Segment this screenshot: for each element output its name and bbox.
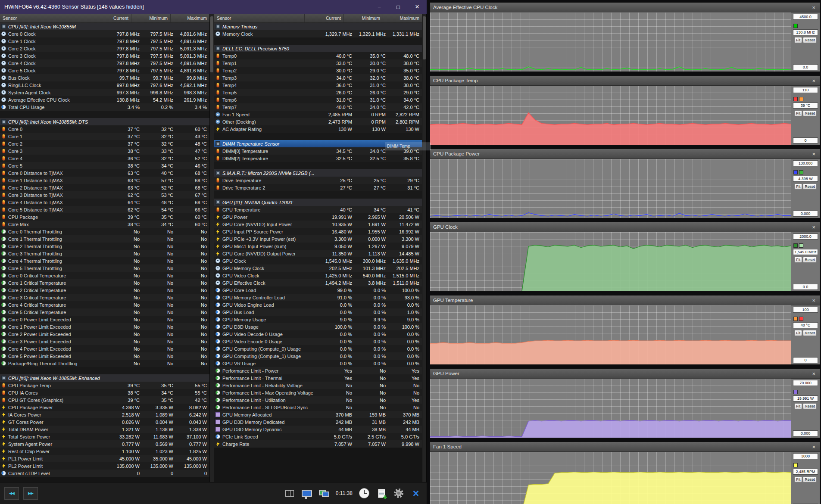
- col-maximum[interactable]: Maximum: [383, 14, 422, 22]
- sensor-row[interactable]: CPU GT Cores (Graphics)39 °C35 °C42 °C: [0, 396, 209, 404]
- sensor-row[interactable]: Performance Limit - SLI GPUBoost SyncNoN…: [214, 404, 422, 411]
- sensor-row[interactable]: GPU D3D Memory Dynamic44 MB38 MB44 MB: [214, 426, 422, 433]
- graph-plot[interactable]: [430, 452, 791, 504]
- sensor-row[interactable]: Core 5 Power Limit ExceededNoNoNo: [0, 352, 209, 360]
- legend-color-chip[interactable]: [799, 243, 803, 248]
- sensor-row[interactable]: Temp133.0 °C30.0 °C38.0 °C: [214, 59, 422, 67]
- sensor-row[interactable]: Memory Clock1,329.7 MHz1,329.1 MHz1,331.…: [214, 30, 422, 37]
- sensor-group-row[interactable]: CPU [#0]: Intel Xeon W-10855M: DTS: [0, 118, 209, 125]
- sensor-row[interactable]: Core 3 Clock797.8 MHz797.5 MHz5,091.3 MH…: [0, 52, 209, 59]
- sensor-row[interactable]: System Agent Power0.777 W0.569 W0.777 W: [0, 440, 209, 448]
- sensor-row[interactable]: IA Cores Power2.518 W1.089 W6.242 W: [0, 411, 209, 418]
- legend-color-chip[interactable]: [799, 170, 803, 174]
- sensor-row[interactable]: GPU Video Engine Load0.0 %0.0 %0.0 %: [214, 301, 422, 308]
- sensor-row[interactable]: Core 538 °C34 °C46 °C: [0, 162, 209, 169]
- sensor-row[interactable]: Core 338 °C33 °C47 °C: [0, 147, 209, 155]
- scroll-columns-left-button[interactable]: ◀◀: [4, 487, 19, 500]
- legend-color-chip[interactable]: [793, 97, 798, 101]
- sensor-row[interactable]: Core 037 °C32 °C60 °C: [0, 125, 209, 133]
- graph-close-icon[interactable]: ×: [811, 4, 817, 11]
- sensor-row[interactable]: GPU Video Decode 0 Usage0.0 %0.0 %0.0 %: [214, 330, 422, 338]
- layout-grid-button[interactable]: [283, 487, 296, 500]
- sensor-row[interactable]: Core 0 Thermal ThrottlingNoNoNo: [0, 228, 209, 235]
- sensor-row[interactable]: GPU Clock1,545.0 MHz300.0 MHz1,635.0 MHz: [214, 257, 422, 264]
- sensor-row[interactable]: Core 5 Thermal ThrottlingNoNoNo: [0, 264, 209, 272]
- sensor-row[interactable]: Rest-of-Chip Power1.100 W1.023 W1.825 W: [0, 448, 209, 455]
- legend-color-chip[interactable]: [799, 317, 803, 321]
- graph-titlebar[interactable]: GPU Power×: [430, 369, 820, 379]
- sensor-row[interactable]: Temp526.0 °C26.0 °C29.0 °C: [214, 89, 422, 96]
- sensor-row[interactable]: GPU Input PP Source Power16.480 W1.955 W…: [214, 228, 422, 235]
- sensor-row[interactable]: GPU Computing (Compute_0) Usage0.0 %0.0 …: [214, 345, 422, 352]
- fit-button[interactable]: Fit: [794, 110, 802, 116]
- sensor-group-row[interactable]: Memory Timings: [214, 23, 422, 30]
- fit-button[interactable]: Fit: [794, 476, 802, 482]
- graph-close-icon[interactable]: ×: [811, 370, 817, 377]
- right-scrollbar[interactable]: [422, 14, 427, 482]
- sensor-row[interactable]: GPU Memory Usage9.0 %3.9 %9.0 %: [214, 316, 422, 323]
- sensor-row[interactable]: Temp230.0 °C29.0 °C35.0 °C: [214, 67, 422, 74]
- sensor-row[interactable]: AC Adapter Rating130 W130 W130 W: [214, 125, 422, 133]
- sensor-row[interactable]: System Agent Clock997.3 MHz996.8 MHz998.…: [0, 89, 209, 96]
- sensor-group-row[interactable]: S.M.A.R.T.: Micron 2200S NVMe 512GB (...: [214, 169, 422, 177]
- graph-close-icon[interactable]: ×: [811, 78, 817, 84]
- left-scrollbar-thumb[interactable]: [210, 16, 213, 72]
- graph-titlebar[interactable]: CPU Package Power×: [430, 149, 820, 159]
- sensor-row[interactable]: Performance Limit - PowerYesNoYes: [214, 367, 422, 374]
- fit-button[interactable]: Fit: [794, 37, 802, 43]
- sensor-row[interactable]: Temp631.0 °C31.0 °C34.0 °C: [214, 96, 422, 103]
- graph-plot[interactable]: [430, 232, 791, 291]
- graph-close-icon[interactable]: ×: [811, 444, 817, 450]
- sensor-row[interactable]: Core 1 Power Limit ExceededNoNoNo: [0, 323, 209, 330]
- reset-button[interactable]: Reset: [803, 330, 817, 336]
- sensor-row[interactable]: Core 4 Critical TemperatureNoNoNo: [0, 301, 209, 308]
- sensor-row[interactable]: Core 0 Power Limit ExceededNoNoNo: [0, 316, 209, 323]
- sensor-row[interactable]: Fan 1 Speed2,485 RPM0 RPM2,822 RPM: [214, 111, 422, 118]
- sensor-row[interactable]: DIMM[2] Temperature32.5 °C32.5 °C35.8 °C: [214, 155, 422, 162]
- sensor-row[interactable]: Core 137 °C32 °C43 °C: [0, 133, 209, 140]
- legend-color-chip[interactable]: [793, 463, 798, 467]
- sensor-row[interactable]: GPU Video Clock1,425.0 MHz540.0 MHz1,515…: [214, 272, 422, 279]
- left-scrollbar[interactable]: [209, 14, 214, 482]
- sensor-row[interactable]: Core 3 Critical TemperatureNoNoNo: [0, 294, 209, 301]
- sensor-row[interactable]: Average Effective CPU Clock130.8 MHz54.2…: [0, 96, 209, 103]
- col-current[interactable]: Current: [92, 14, 131, 22]
- sensor-row[interactable]: Charge Rate7.057 W7.057 W9.998 W: [214, 440, 422, 448]
- clock-button[interactable]: [358, 487, 371, 500]
- fit-button[interactable]: Fit: [794, 257, 802, 263]
- col-sensor[interactable]: Sensor: [214, 14, 304, 22]
- sensor-row[interactable]: Core 0 Critical TemperatureNoNoNo: [0, 272, 209, 279]
- graph-close-icon[interactable]: ×: [811, 224, 817, 230]
- sensor-row[interactable]: GPU Core (NVVDD) Output Power11.350 W1.1…: [214, 250, 422, 257]
- reset-button[interactable]: Reset: [803, 476, 817, 482]
- sensor-row[interactable]: Performance Limit - Reliability VoltageN…: [214, 382, 422, 389]
- sensor-row[interactable]: GPU Memory Controller Load91.0 %0.0 %93.…: [214, 294, 422, 301]
- sensor-row[interactable]: Core 5 Clock797.8 MHz797.5 MHz4,891.6 MH…: [0, 67, 209, 74]
- sensor-row[interactable]: GPU VR Usage0.0 %0.0 %0.0 %: [214, 360, 422, 367]
- sensor-row[interactable]: Ring/LLC Clock997.8 MHz797.6 MHz4,592.1 …: [0, 81, 209, 89]
- col-minimum[interactable]: Minimum: [131, 14, 170, 22]
- sensor-row[interactable]: Core Max38 °C34 °C60 °C: [0, 221, 209, 228]
- sensor-row[interactable]: Core 4 Power Limit ExceededNoNoNo: [0, 345, 209, 352]
- graph-close-icon[interactable]: ×: [811, 151, 817, 157]
- sensor-row[interactable]: Core 1 Distance to TjMAX63 °C57 °C68 °C: [0, 177, 209, 184]
- settings-button[interactable]: [392, 487, 405, 500]
- graph-plot[interactable]: [430, 305, 791, 364]
- legend-color-chip[interactable]: [793, 390, 798, 394]
- sensor-row[interactable]: Core 5 Distance to TjMAX62 °C54 °C66 °C: [0, 206, 209, 213]
- sensor-row[interactable]: Drive Temperature25 °C25 °C29 °C: [214, 177, 422, 184]
- sensor-group-row[interactable]: CPU [#0]: Intel Xeon W-10855M: [0, 23, 209, 30]
- fit-button[interactable]: Fit: [794, 184, 802, 190]
- fit-button[interactable]: Fit: [794, 330, 802, 336]
- sensor-row[interactable]: Core 3 Power Limit ExceededNoNoNo: [0, 338, 209, 345]
- sensor-row[interactable]: PL2 Power Limit135.000 W135.000 W135.000…: [0, 462, 209, 470]
- reset-button[interactable]: Reset: [803, 37, 817, 43]
- sensor-row[interactable]: PL1 Power Limit45.000 W35.000 W45.000 W: [0, 455, 209, 462]
- sensor-row[interactable]: CPU Package Power4.398 W3.335 W8.082 W: [0, 404, 209, 411]
- sensor-row[interactable]: GPU Memory Clock202.5 MHz101.3 MHz202.5 …: [214, 264, 422, 272]
- sensor-row[interactable]: Bus Clock99.7 MHz99.7 MHz99.8 MHz: [0, 74, 209, 81]
- sensor-row[interactable]: GPU Memory Allocated370 MB159 MB370 MB: [214, 411, 422, 418]
- right-scrollbar-thumb[interactable]: [423, 16, 426, 59]
- col-maximum[interactable]: Maximum: [170, 14, 209, 22]
- sensor-row[interactable]: Core 5 Critical TemperatureNoNoNo: [0, 308, 209, 316]
